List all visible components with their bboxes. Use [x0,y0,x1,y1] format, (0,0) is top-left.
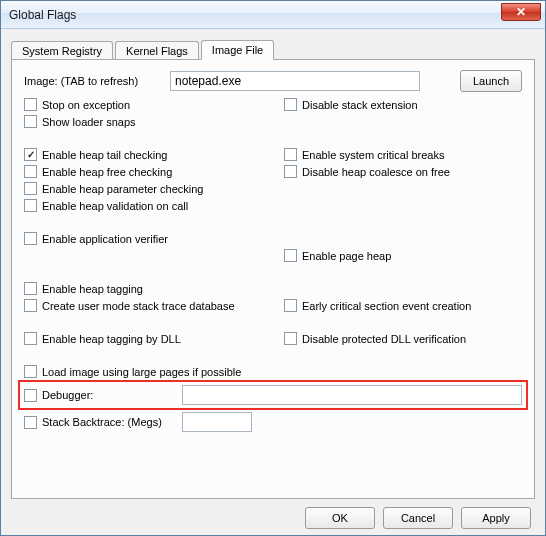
close-icon: ✕ [516,5,526,19]
chk-page-heap[interactable] [284,249,297,262]
global-flags-window: Global Flags ✕ System Registry Kernel Fl… [0,0,546,536]
chk-stop-exception[interactable] [24,98,37,111]
chk-heap-param[interactable] [24,182,37,195]
image-label: Image: (TAB to refresh) [24,75,164,87]
launch-button[interactable]: Launch [460,70,522,92]
tab-kernel-flags[interactable]: Kernel Flags [115,41,199,60]
lbl-heap-param: Enable heap parameter checking [42,183,203,195]
chk-ust[interactable] [24,299,37,312]
window-title: Global Flags [9,8,76,22]
lbl-early-cs: Early critical section event creation [302,300,471,312]
chk-show-loader-snaps[interactable] [24,115,37,128]
chk-stack-backtrace[interactable] [24,416,37,429]
debugger-input[interactable] [182,385,522,405]
chk-app-verifier[interactable] [24,232,37,245]
lbl-disable-prot-dll: Disable protected DLL verification [302,333,466,345]
titlebar: Global Flags ✕ [1,1,545,29]
lbl-stack-backtrace: Stack Backtrace: (Megs) [42,416,182,428]
chk-heap-free[interactable] [24,165,37,178]
chk-sys-crit-breaks[interactable] [284,148,297,161]
lbl-app-verifier: Enable application verifier [42,233,168,245]
tab-image-file[interactable]: Image File [201,40,274,60]
lbl-debugger: Debugger: [42,389,182,401]
image-input[interactable] [170,71,420,91]
chk-debugger[interactable] [24,389,37,402]
tabpanel-image-file: Image: (TAB to refresh) Launch Stop on e… [11,59,535,499]
chk-early-cs[interactable] [284,299,297,312]
lbl-heap-free: Enable heap free checking [42,166,172,178]
chk-disable-coalesce[interactable] [284,165,297,178]
chk-heap-tagging[interactable] [24,282,37,295]
stack-backtrace-input[interactable] [182,412,252,432]
tabstrip: System Registry Kernel Flags Image File [11,37,535,59]
lbl-heap-tagging: Enable heap tagging [42,283,143,295]
chk-heap-tail[interactable] [24,148,37,161]
lbl-large-pages: Load image using large pages if possible [42,366,241,378]
lbl-disable-coalesce: Disable heap coalesce on free [302,166,450,178]
apply-button[interactable]: Apply [461,507,531,529]
lbl-ust: Create user mode stack trace database [42,300,235,312]
chk-disable-prot-dll[interactable] [284,332,297,345]
lbl-page-heap: Enable page heap [302,250,391,262]
chk-disable-stack-ext[interactable] [284,98,297,111]
chk-large-pages[interactable] [24,365,37,378]
lbl-show-loader-snaps: Show loader snaps [42,116,136,128]
dialog-buttons: OK Cancel Apply [11,499,535,529]
lbl-heap-valid-call: Enable heap validation on call [42,200,188,212]
close-button[interactable]: ✕ [501,3,541,21]
tab-system-registry[interactable]: System Registry [11,41,113,60]
lbl-stop-exception: Stop on exception [42,99,130,111]
lbl-disable-stack-ext: Disable stack extension [302,99,418,111]
chk-heap-tag-dll[interactable] [24,332,37,345]
lbl-heap-tag-dll: Enable heap tagging by DLL [42,333,181,345]
image-row: Image: (TAB to refresh) Launch [24,70,522,92]
lbl-heap-tail: Enable heap tail checking [42,149,167,161]
lbl-sys-crit-breaks: Enable system critical breaks [302,149,444,161]
ok-button[interactable]: OK [305,507,375,529]
cancel-button[interactable]: Cancel [383,507,453,529]
client-area: System Registry Kernel Flags Image File … [1,29,545,535]
chk-heap-valid-call[interactable] [24,199,37,212]
debugger-highlight: Debugger: [18,380,528,410]
